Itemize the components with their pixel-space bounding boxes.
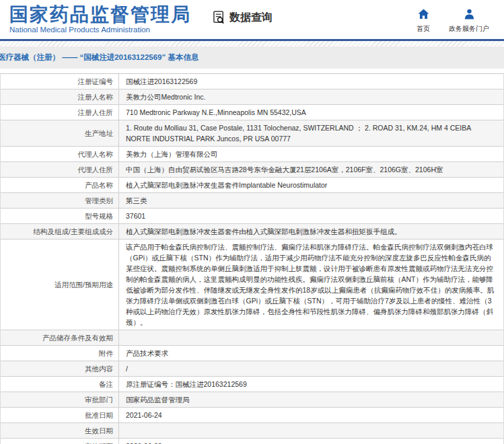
table-row: 代理人名称美敦力（上海）管理有限公司 bbox=[1, 147, 503, 162]
row-label: 审批部门 bbox=[1, 392, 119, 407]
row-label: 有效期至 bbox=[1, 439, 119, 444]
row-value: 2026-06-23 bbox=[119, 439, 503, 444]
table-row: 附件产品技术要求 bbox=[1, 346, 503, 361]
table-row: 适用范围/预期用途该产品用于帕金森氏病控制疗法、震颤控制疗法、癫痫疗法和肌张力障… bbox=[1, 239, 503, 330]
table-row: 生产地址1. Route du Molliau 31, Case Postale… bbox=[1, 120, 503, 147]
table-row: 产品储存条件及有效期 bbox=[1, 330, 503, 346]
row-label: 适用范围/预期用途 bbox=[1, 239, 119, 330]
row-value: 植入式脑深部电刺激脉冲发生器套件Implantable Neurostimula… bbox=[119, 178, 503, 192]
row-value: 产品技术要求 bbox=[119, 346, 503, 361]
row-value: 美敦力公司Medtronic Inc. bbox=[119, 89, 503, 104]
table-row: 批准日期2021-06-24 bbox=[1, 408, 503, 423]
row-label: 其他内容 bbox=[1, 361, 119, 376]
registration-info-table: 注册证编号国械注进20163122569注册人名称美敦力公司Medtronic … bbox=[0, 73, 504, 444]
row-value: 中国（上海）自由贸易试验区马吉路28号东华金融大厦21层2106A室，2106F… bbox=[119, 162, 503, 177]
table-row: 代理人住所中国（上海）自由贸易试验区马吉路28号东华金融大厦21层2106A室，… bbox=[1, 162, 503, 178]
row-value: 国家药品监督管理局 bbox=[119, 392, 503, 407]
user-icon bbox=[464, 9, 475, 22]
row-label: 备注 bbox=[1, 377, 119, 392]
row-label: 注册人住所 bbox=[1, 105, 119, 120]
logo-subtitle: National Medical Products Administration bbox=[9, 26, 191, 34]
row-label: 型号规格 bbox=[1, 209, 119, 223]
row-label: 注册人名称 bbox=[1, 89, 119, 104]
document-search-icon bbox=[213, 10, 227, 25]
nav-gov-portal[interactable]: 政务服务门户 bbox=[449, 9, 489, 34]
table-row: 有效期至2026-06-23 bbox=[1, 439, 503, 444]
row-label: 注册证编号 bbox=[1, 74, 119, 89]
row-value: 美敦力（上海）管理有限公司 bbox=[119, 147, 503, 161]
row-label: 结构及组成/主要组成成分 bbox=[1, 224, 119, 239]
row-label: 代理人名称 bbox=[1, 147, 119, 161]
row-label: 产品储存条件及有效期 bbox=[1, 330, 119, 345]
row-label: 生效日期 bbox=[1, 423, 119, 438]
table-row: 产品名称植入式脑深部电刺激脉冲发生器套件Implantable Neurosti… bbox=[1, 178, 503, 193]
table-row: 生效日期 bbox=[1, 423, 503, 439]
table-row: 备注原注册证编号：国械注进20163212569 bbox=[1, 377, 503, 392]
table-row: 审批部门国家药品监督管理局 bbox=[1, 392, 503, 408]
row-label: 批准日期 bbox=[1, 408, 119, 422]
top-nav: 首页 政务服务门户 bbox=[417, 6, 497, 34]
table-row: 注册人住所710 Medtronic Parkway N.E.,Minneapo… bbox=[1, 105, 503, 120]
row-label: 附件 bbox=[1, 346, 119, 361]
row-label: 代理人住所 bbox=[1, 162, 119, 177]
table-row: 注册证编号国械注进20163122569 bbox=[1, 74, 503, 89]
row-value: 1. Route du Molliau 31, Case Postale, 11… bbox=[119, 120, 503, 146]
row-label: 管理类别 bbox=[1, 193, 119, 208]
breadcrumb: 医疗器械（注册） —— “国械注进20163122569” 基本信息 bbox=[0, 52, 199, 63]
table-row: 管理类别第三类 bbox=[1, 193, 503, 209]
row-value: 37601 bbox=[119, 209, 503, 223]
data-query-label: 数据查询 bbox=[229, 11, 273, 25]
nav-home-label: 首页 bbox=[417, 24, 430, 34]
row-value: 国械注进20163122569 bbox=[119, 74, 503, 89]
data-query-section: 数据查询 bbox=[213, 10, 273, 25]
hatch-band bbox=[0, 41, 504, 46]
row-value: 该产品用于帕金森氏病控制疗法、震颤控制疗法、癫痫疗法和肌张力障碍疗法。帕金森氏病… bbox=[119, 239, 503, 330]
row-label: 生产地址 bbox=[1, 120, 119, 146]
row-value: 710 Medtronic Parkway N.E.,Minneapolis M… bbox=[119, 105, 503, 120]
nav-gov-portal-label: 政务服务门户 bbox=[449, 24, 489, 34]
header: 国家药品监督管理局 National Medical Products Admi… bbox=[0, 0, 504, 39]
table-row: 注册人名称美敦力公司Medtronic Inc. bbox=[1, 89, 503, 105]
spacer bbox=[0, 69, 504, 73]
row-label: 产品名称 bbox=[1, 178, 119, 192]
home-icon bbox=[418, 9, 429, 22]
nav-home[interactable]: 首页 bbox=[417, 9, 430, 34]
nmpa-logo[interactable]: 国家药品监督管理局 National Medical Products Admi… bbox=[9, 5, 191, 34]
breadcrumb-bar: 医疗器械（注册） —— “国械注进20163122569” 基本信息 bbox=[0, 46, 504, 69]
row-value: 2021-06-24 bbox=[119, 408, 503, 422]
table-row: 其他内容/ bbox=[1, 361, 503, 377]
logo-title: 国家药品监督管理局 bbox=[9, 5, 191, 25]
table-row: 型号规格37601 bbox=[1, 209, 503, 224]
row-value: 第三类 bbox=[119, 193, 503, 208]
row-value bbox=[119, 336, 503, 340]
row-value: / bbox=[119, 361, 503, 376]
table-row: 结构及组成/主要组成成分植入式脑深部电刺激脉冲发生器套件由植入式脑深部电刺激脉冲… bbox=[1, 224, 503, 239]
row-value: 植入式脑深部电刺激脉冲发生器套件由植入式脑深部电刺激脉冲发生器和扭矩扳手组成。 bbox=[119, 224, 503, 239]
row-value bbox=[119, 429, 503, 433]
row-value: 原注册证编号：国械注进20163212569 bbox=[119, 377, 503, 392]
